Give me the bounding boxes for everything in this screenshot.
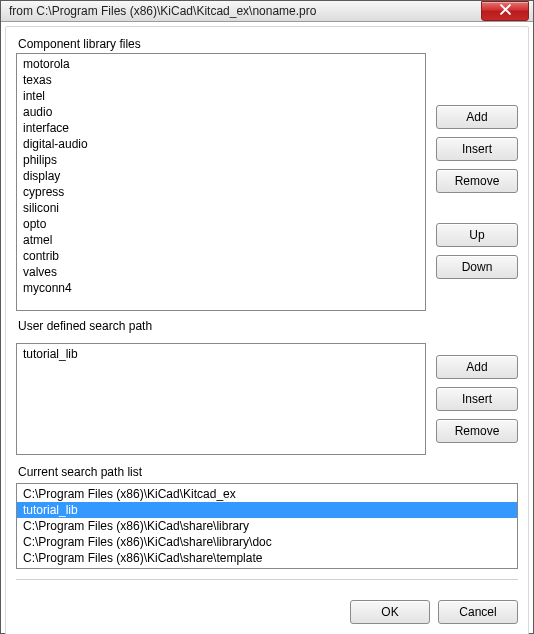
udp-insert-button[interactable]: Insert	[436, 387, 518, 411]
list-item[interactable]: digital-audio	[17, 136, 425, 152]
list-item[interactable]: intel	[17, 88, 425, 104]
list-item[interactable]: myconn4	[17, 280, 425, 296]
close-button[interactable]	[481, 1, 529, 21]
component-lib-label: Component library files	[18, 37, 518, 51]
separator	[16, 579, 518, 580]
user-path-label: User defined search path	[18, 319, 518, 333]
cancel-button[interactable]: Cancel	[438, 600, 518, 624]
list-item[interactable]: cypress	[17, 184, 425, 200]
component-lib-listbox[interactable]: motorolatexasintelaudiointerfacedigital-…	[16, 53, 426, 311]
lib-down-button[interactable]: Down	[436, 255, 518, 279]
close-icon	[500, 4, 511, 18]
list-item[interactable]: philips	[17, 152, 425, 168]
list-item[interactable]: texas	[17, 72, 425, 88]
list-item[interactable]: C:\Program Files (x86)\KiCad\share\templ…	[17, 550, 517, 566]
dialog-window: from C:\Program Files (x86)\KiCad\Kitcad…	[0, 0, 534, 634]
list-item[interactable]: opto	[17, 216, 425, 232]
user-path-buttons: Add Insert Remove	[436, 343, 518, 455]
search-path-label: Current search path list	[18, 465, 518, 479]
list-item[interactable]: siliconi	[17, 200, 425, 216]
window-title: from C:\Program Files (x86)\KiCad\Kitcad…	[9, 4, 481, 18]
lib-add-button[interactable]: Add	[436, 105, 518, 129]
user-path-listbox[interactable]: tutorial_lib	[16, 343, 426, 455]
list-item[interactable]: C:\Program Files (x86)\KiCad\Kitcad_ex	[17, 486, 517, 502]
lib-remove-button[interactable]: Remove	[436, 169, 518, 193]
dialog-button-bar: OK Cancel	[16, 592, 518, 624]
list-item[interactable]: audio	[17, 104, 425, 120]
udp-add-button[interactable]: Add	[436, 355, 518, 379]
udp-remove-button[interactable]: Remove	[436, 419, 518, 443]
list-item[interactable]: motorola	[17, 56, 425, 72]
list-item[interactable]: display	[17, 168, 425, 184]
titlebar[interactable]: from C:\Program Files (x86)\KiCad\Kitcad…	[1, 1, 533, 22]
search-path-listbox[interactable]: C:\Program Files (x86)\KiCad\Kitcad_extu…	[16, 483, 518, 569]
list-item[interactable]: tutorial_lib	[17, 502, 517, 518]
client-area: Component library files motorolatexasint…	[5, 26, 529, 634]
lib-insert-button[interactable]: Insert	[436, 137, 518, 161]
list-item[interactable]: tutorial_lib	[17, 346, 425, 362]
list-item[interactable]: atmel	[17, 232, 425, 248]
list-item[interactable]: C:\Program Files (x86)\KiCad\share\libra…	[17, 518, 517, 534]
list-item[interactable]: C:\Program Files (x86)\KiCad\share\libra…	[17, 534, 517, 550]
ok-button[interactable]: OK	[350, 600, 430, 624]
list-item[interactable]: valves	[17, 264, 425, 280]
lib-up-button[interactable]: Up	[436, 223, 518, 247]
component-lib-buttons: Add Insert Remove Up Down	[436, 53, 518, 311]
list-item[interactable]: interface	[17, 120, 425, 136]
list-item[interactable]: contrib	[17, 248, 425, 264]
